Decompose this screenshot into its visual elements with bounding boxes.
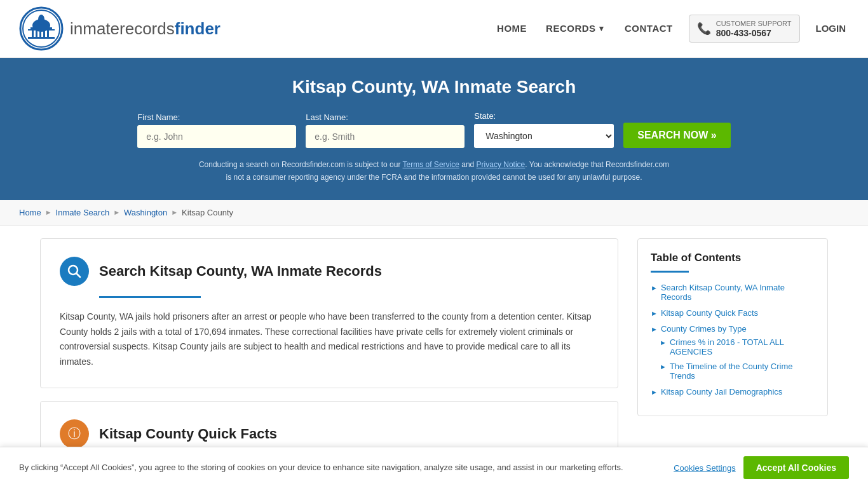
toc-link-4[interactable]: ► Kitsap County Jail Demographics [651,387,815,396]
state-group: State: Washington Alabama Alaska [474,111,614,148]
cookie-text: By clicking “Accept All Cookies”, you ag… [19,461,661,474]
breadcrumb-sep-3: ► [171,208,178,216]
info-icon: ⓘ [60,419,89,449]
section1-body: Kitsap County, WA jails hold prisoners a… [60,309,599,370]
state-select[interactable]: Washington Alabama Alaska [474,124,614,148]
page-title: Kitsap County, WA Inmate Search [13,77,855,97]
breadcrumb-sep-2: ► [113,208,120,216]
svg-rect-11 [28,37,55,39]
toc-item-3: ► County Crimes by Type ► Crimes % in 20… [651,324,815,381]
headset-icon: 📞 [697,22,711,36]
toc-card: Table of Contents ► Search Kitsap County… [637,238,828,416]
search-hero: Kitsap County, WA Inmate Search First Na… [0,58,868,200]
section2-header: ⓘ Kitsap County Quick Facts [60,419,599,449]
last-name-group: Last Name: [306,112,465,148]
toc-link-2[interactable]: ► Kitsap County Quick Facts [651,308,815,318]
breadcrumb-sep-1: ► [45,208,52,216]
breadcrumb-home[interactable]: Home [19,208,41,217]
customer-support: 📞 CUSTOMER SUPPORT 800-433-0567 [689,15,800,43]
svg-rect-7 [36,30,37,37]
chevron-right-icon-4: ► [651,388,658,396]
svg-rect-6 [32,30,34,37]
toc-sublist-3: ► Crimes % in 2016 - TOTAL ALL AGENCIES … [651,337,815,381]
svg-rect-3 [33,25,50,27]
svg-rect-9 [43,30,45,37]
search-icon [60,257,89,286]
section1-divider [99,296,201,298]
toc-link-3[interactable]: ► County Crimes by Type [651,324,815,334]
logo-text: inmaterecordsfinder [70,19,220,39]
header: inmaterecordsfinder HOME RECORDS ▼ CONTA… [0,0,868,58]
cookie-banner: By clicking “Accept All Cookies”, you ag… [0,447,868,488]
breadcrumb: Home ► Inmate Search ► Washington ► Kits… [0,200,868,226]
toc-title: Table of Contents [651,252,815,264]
svg-rect-10 [47,30,49,37]
chevron-down-icon: ▼ [598,24,606,33]
support-label: CUSTOMER SUPPORT [716,19,792,28]
main-nav: HOME RECORDS ▼ CONTACT 📞 CUSTOMER SUPPOR… [494,15,849,43]
breadcrumb-current: Kitsap County [182,208,233,217]
first-name-group: First Name: [137,112,296,148]
toc-list: ► Search Kitsap County, WA Inmate Record… [651,283,815,396]
search-form: First Name: Last Name: State: Washington… [13,111,855,148]
svg-rect-4 [31,27,52,29]
logo-accent: finder [175,19,220,38]
first-name-input[interactable] [137,125,296,148]
accept-cookies-button[interactable]: Accept All Cookies [743,456,849,479]
section2-title: Kitsap County Quick Facts [99,426,277,442]
breadcrumb-washington[interactable]: Washington [124,208,167,217]
section-inmate-records: Search Kitsap County, WA Inmate Records … [40,238,618,388]
last-name-input[interactable] [306,125,465,148]
toc-item-2: ► Kitsap County Quick Facts [651,308,815,318]
nav-contact[interactable]: CONTACT [621,20,676,37]
toc-item-1: ► Search Kitsap County, WA Inmate Record… [651,283,815,302]
section1-header: Search Kitsap County, WA Inmate Records [60,257,599,286]
toc-sub-link-3-2[interactable]: ► The Timeline of the County Crime Trend… [660,362,815,381]
chevron-right-icon-3-2: ► [660,363,667,370]
toc-sub-item-3-1: ► Crimes % in 2016 - TOTAL ALL AGENCIES [660,337,815,356]
toc-sub-item-3-2: ► The Timeline of the County Crime Trend… [660,362,815,381]
support-phone: 800-433-0567 [716,28,792,38]
svg-line-15 [76,273,80,277]
chevron-right-icon-1: ► [651,284,658,292]
first-name-label: First Name: [137,112,296,122]
logo-area: inmaterecordsfinder [19,6,220,51]
logo-icon [19,6,64,51]
toc-link-1[interactable]: ► Search Kitsap County, WA Inmate Record… [651,283,815,302]
toc-divider [651,271,689,273]
svg-rect-5 [28,29,55,30]
logo-plain: inmaterecords [70,19,175,38]
nav-home[interactable]: HOME [494,20,530,37]
svg-rect-13 [41,15,42,18]
nav-records[interactable]: RECORDS ▼ [543,20,609,37]
privacy-link[interactable]: Privacy Notice [477,160,526,169]
chevron-right-icon-3: ► [651,325,658,333]
section1-title: Search Kitsap County, WA Inmate Records [99,263,382,280]
chevron-right-icon-2: ► [651,309,658,317]
search-button[interactable]: SEARCH NOW » [623,123,730,148]
breadcrumb-inmate-search[interactable]: Inmate Search [56,208,110,217]
chevron-right-icon-3-1: ► [660,339,667,346]
toc-sub-link-3-1[interactable]: ► Crimes % in 2016 - TOTAL ALL AGENCIES [660,337,815,356]
cookie-actions: Cookies Settings Accept All Cookies [674,456,849,479]
svg-rect-8 [39,30,41,37]
state-label: State: [474,111,614,121]
nav-login[interactable]: LOGIN [813,20,850,37]
cookie-settings-button[interactable]: Cookies Settings [674,463,736,473]
disclaimer-text: Conducting a search on Recordsfinder.com… [196,158,672,184]
toc-item-4: ► Kitsap County Jail Demographics [651,387,815,396]
terms-link[interactable]: Terms of Service [403,160,459,169]
last-name-label: Last Name: [306,112,465,122]
